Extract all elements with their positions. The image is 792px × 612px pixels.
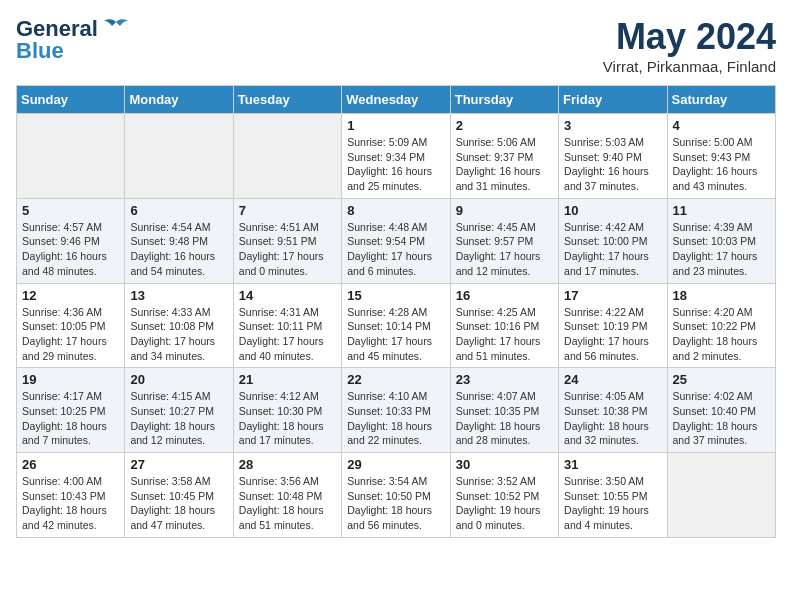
- day-info: Sunrise: 4:15 AM Sunset: 10:27 PM Daylig…: [130, 389, 227, 448]
- day-number: 7: [239, 203, 336, 218]
- day-info: Sunrise: 4:57 AM Sunset: 9:46 PM Dayligh…: [22, 220, 119, 279]
- table-row: 10Sunrise: 4:42 AM Sunset: 10:00 PM Dayl…: [559, 198, 667, 283]
- table-row: 16Sunrise: 4:25 AM Sunset: 10:16 PM Dayl…: [450, 283, 558, 368]
- table-row: [667, 453, 775, 538]
- day-info: Sunrise: 3:54 AM Sunset: 10:50 PM Daylig…: [347, 474, 444, 533]
- day-number: 2: [456, 118, 553, 133]
- day-number: 17: [564, 288, 661, 303]
- day-info: Sunrise: 5:06 AM Sunset: 9:37 PM Dayligh…: [456, 135, 553, 194]
- header-saturday: Saturday: [667, 86, 775, 114]
- table-row: 6Sunrise: 4:54 AM Sunset: 9:48 PM Daylig…: [125, 198, 233, 283]
- logo-bird-icon: [102, 18, 130, 40]
- day-info: Sunrise: 3:52 AM Sunset: 10:52 PM Daylig…: [456, 474, 553, 533]
- day-number: 14: [239, 288, 336, 303]
- day-info: Sunrise: 4:12 AM Sunset: 10:30 PM Daylig…: [239, 389, 336, 448]
- table-row: 17Sunrise: 4:22 AM Sunset: 10:19 PM Dayl…: [559, 283, 667, 368]
- day-info: Sunrise: 4:31 AM Sunset: 10:11 PM Daylig…: [239, 305, 336, 364]
- calendar-week-row: 19Sunrise: 4:17 AM Sunset: 10:25 PM Dayl…: [17, 368, 776, 453]
- day-number: 18: [673, 288, 770, 303]
- day-info: Sunrise: 4:00 AM Sunset: 10:43 PM Daylig…: [22, 474, 119, 533]
- day-number: 27: [130, 457, 227, 472]
- day-number: 9: [456, 203, 553, 218]
- table-row: 15Sunrise: 4:28 AM Sunset: 10:14 PM Dayl…: [342, 283, 450, 368]
- day-number: 22: [347, 372, 444, 387]
- day-number: 13: [130, 288, 227, 303]
- day-info: Sunrise: 4:39 AM Sunset: 10:03 PM Daylig…: [673, 220, 770, 279]
- page-header: General Blue May 2024 Virrat, Pirkanmaa,…: [16, 16, 776, 75]
- table-row: 14Sunrise: 4:31 AM Sunset: 10:11 PM Dayl…: [233, 283, 341, 368]
- day-info: Sunrise: 4:54 AM Sunset: 9:48 PM Dayligh…: [130, 220, 227, 279]
- day-number: 15: [347, 288, 444, 303]
- table-row: [233, 114, 341, 199]
- table-row: 29Sunrise: 3:54 AM Sunset: 10:50 PM Dayl…: [342, 453, 450, 538]
- table-row: 1Sunrise: 5:09 AM Sunset: 9:34 PM Daylig…: [342, 114, 450, 199]
- day-number: 10: [564, 203, 661, 218]
- header-monday: Monday: [125, 86, 233, 114]
- day-number: 19: [22, 372, 119, 387]
- day-number: 3: [564, 118, 661, 133]
- day-info: Sunrise: 4:05 AM Sunset: 10:38 PM Daylig…: [564, 389, 661, 448]
- day-info: Sunrise: 4:48 AM Sunset: 9:54 PM Dayligh…: [347, 220, 444, 279]
- calendar-week-row: 26Sunrise: 4:00 AM Sunset: 10:43 PM Dayl…: [17, 453, 776, 538]
- header-tuesday: Tuesday: [233, 86, 341, 114]
- day-info: Sunrise: 3:58 AM Sunset: 10:45 PM Daylig…: [130, 474, 227, 533]
- table-row: 21Sunrise: 4:12 AM Sunset: 10:30 PM Dayl…: [233, 368, 341, 453]
- month-title: May 2024: [603, 16, 776, 58]
- calendar-table: Sunday Monday Tuesday Wednesday Thursday…: [16, 85, 776, 538]
- table-row: [125, 114, 233, 199]
- day-number: 1: [347, 118, 444, 133]
- table-row: 24Sunrise: 4:05 AM Sunset: 10:38 PM Dayl…: [559, 368, 667, 453]
- logo: General Blue: [16, 16, 130, 64]
- logo-blue-text: Blue: [16, 38, 64, 64]
- day-info: Sunrise: 4:51 AM Sunset: 9:51 PM Dayligh…: [239, 220, 336, 279]
- table-row: 31Sunrise: 3:50 AM Sunset: 10:55 PM Dayl…: [559, 453, 667, 538]
- day-info: Sunrise: 4:22 AM Sunset: 10:19 PM Daylig…: [564, 305, 661, 364]
- day-info: Sunrise: 4:36 AM Sunset: 10:05 PM Daylig…: [22, 305, 119, 364]
- day-info: Sunrise: 4:28 AM Sunset: 10:14 PM Daylig…: [347, 305, 444, 364]
- table-row: 11Sunrise: 4:39 AM Sunset: 10:03 PM Dayl…: [667, 198, 775, 283]
- day-number: 6: [130, 203, 227, 218]
- table-row: 23Sunrise: 4:07 AM Sunset: 10:35 PM Dayl…: [450, 368, 558, 453]
- day-info: Sunrise: 4:02 AM Sunset: 10:40 PM Daylig…: [673, 389, 770, 448]
- day-info: Sunrise: 4:42 AM Sunset: 10:00 PM Daylig…: [564, 220, 661, 279]
- header-sunday: Sunday: [17, 86, 125, 114]
- day-number: 11: [673, 203, 770, 218]
- table-row: 18Sunrise: 4:20 AM Sunset: 10:22 PM Dayl…: [667, 283, 775, 368]
- day-info: Sunrise: 3:56 AM Sunset: 10:48 PM Daylig…: [239, 474, 336, 533]
- day-info: Sunrise: 4:10 AM Sunset: 10:33 PM Daylig…: [347, 389, 444, 448]
- calendar-week-row: 12Sunrise: 4:36 AM Sunset: 10:05 PM Dayl…: [17, 283, 776, 368]
- table-row: 3Sunrise: 5:03 AM Sunset: 9:40 PM Daylig…: [559, 114, 667, 199]
- day-number: 8: [347, 203, 444, 218]
- table-row: 26Sunrise: 4:00 AM Sunset: 10:43 PM Dayl…: [17, 453, 125, 538]
- table-row: 19Sunrise: 4:17 AM Sunset: 10:25 PM Dayl…: [17, 368, 125, 453]
- day-info: Sunrise: 4:20 AM Sunset: 10:22 PM Daylig…: [673, 305, 770, 364]
- table-row: 30Sunrise: 3:52 AM Sunset: 10:52 PM Dayl…: [450, 453, 558, 538]
- calendar-week-row: 1Sunrise: 5:09 AM Sunset: 9:34 PM Daylig…: [17, 114, 776, 199]
- table-row: 27Sunrise: 3:58 AM Sunset: 10:45 PM Dayl…: [125, 453, 233, 538]
- table-row: 9Sunrise: 4:45 AM Sunset: 9:57 PM Daylig…: [450, 198, 558, 283]
- day-number: 21: [239, 372, 336, 387]
- day-number: 24: [564, 372, 661, 387]
- day-number: 31: [564, 457, 661, 472]
- day-number: 29: [347, 457, 444, 472]
- table-row: 22Sunrise: 4:10 AM Sunset: 10:33 PM Dayl…: [342, 368, 450, 453]
- day-info: Sunrise: 4:45 AM Sunset: 9:57 PM Dayligh…: [456, 220, 553, 279]
- table-row: 20Sunrise: 4:15 AM Sunset: 10:27 PM Dayl…: [125, 368, 233, 453]
- header-wednesday: Wednesday: [342, 86, 450, 114]
- day-info: Sunrise: 4:17 AM Sunset: 10:25 PM Daylig…: [22, 389, 119, 448]
- day-number: 4: [673, 118, 770, 133]
- table-row: 7Sunrise: 4:51 AM Sunset: 9:51 PM Daylig…: [233, 198, 341, 283]
- header-friday: Friday: [559, 86, 667, 114]
- day-number: 12: [22, 288, 119, 303]
- day-number: 26: [22, 457, 119, 472]
- table-row: 25Sunrise: 4:02 AM Sunset: 10:40 PM Dayl…: [667, 368, 775, 453]
- day-number: 30: [456, 457, 553, 472]
- table-row: 4Sunrise: 5:00 AM Sunset: 9:43 PM Daylig…: [667, 114, 775, 199]
- title-section: May 2024 Virrat, Pirkanmaa, Finland: [603, 16, 776, 75]
- header-thursday: Thursday: [450, 86, 558, 114]
- table-row: 12Sunrise: 4:36 AM Sunset: 10:05 PM Dayl…: [17, 283, 125, 368]
- day-number: 16: [456, 288, 553, 303]
- calendar-week-row: 5Sunrise: 4:57 AM Sunset: 9:46 PM Daylig…: [17, 198, 776, 283]
- day-info: Sunrise: 4:33 AM Sunset: 10:08 PM Daylig…: [130, 305, 227, 364]
- day-number: 5: [22, 203, 119, 218]
